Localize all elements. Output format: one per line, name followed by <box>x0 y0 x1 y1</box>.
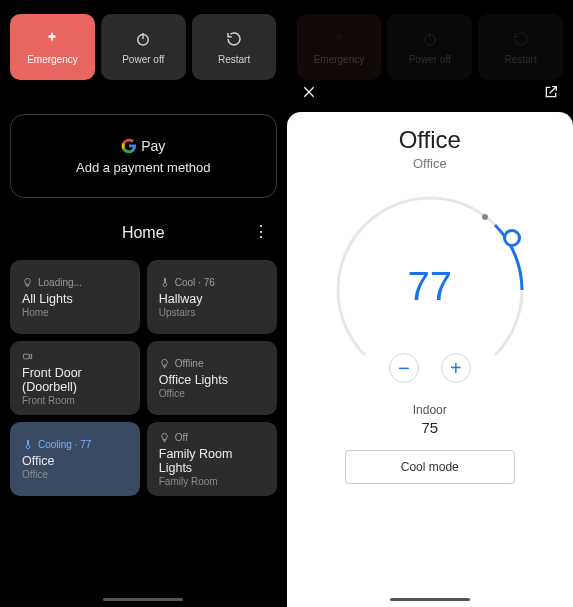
home-header: Home ⋮ <box>14 224 273 242</box>
thermostat-sheet: Office Office 77 − + Indoor 75 Cool mode <box>287 112 574 607</box>
nav-bar[interactable] <box>390 598 470 601</box>
power-icon <box>134 30 152 48</box>
tile-room: Family Room <box>159 476 265 487</box>
nav-bar[interactable] <box>103 598 183 601</box>
thermostat-room: Office <box>413 156 447 171</box>
pay-card[interactable]: Pay Add a payment method <box>10 114 277 198</box>
tile-room: Office <box>159 388 265 399</box>
increase-button[interactable]: + <box>441 353 471 383</box>
tile-status: Cool · 76 <box>175 277 215 288</box>
emergency-button[interactable]: Emergency <box>10 14 95 80</box>
tile-status: Offline <box>175 358 204 369</box>
mode-button[interactable]: Cool mode <box>345 450 515 484</box>
bulb-icon <box>159 358 170 369</box>
camera-icon <box>22 351 33 362</box>
emergency-button-dimmed: Emergency <box>297 14 382 80</box>
dial-handle[interactable] <box>503 229 521 247</box>
tile-name: Office <box>22 454 128 468</box>
tile-name: Family Room Lights <box>159 447 265 475</box>
sheet-top-bar <box>287 78 574 104</box>
google-g-icon <box>121 138 137 154</box>
tile-all-lights[interactable]: Loading... All Lights Home <box>10 260 140 334</box>
tile-office-lights[interactable]: Offline Office Lights Office <box>147 341 277 415</box>
power-off-button-dimmed: Power off <box>387 14 472 80</box>
close-icon[interactable] <box>301 84 317 104</box>
home-title: Home <box>122 224 165 242</box>
gpay-text: Pay <box>141 138 165 154</box>
device-grid: Loading... All Lights Home Cool · 76 Hal… <box>0 252 287 504</box>
svg-point-8 <box>482 214 488 220</box>
tile-room: Upstairs <box>159 307 265 318</box>
svg-rect-2 <box>23 354 29 359</box>
tile-office-thermostat[interactable]: Cooling · 77 Office Office <box>10 422 140 496</box>
decrease-button[interactable]: − <box>389 353 419 383</box>
tile-name: Hallway <box>159 292 265 306</box>
restart-button-dimmed: Restart <box>478 14 563 80</box>
thermo-icon <box>159 277 170 288</box>
tile-front-door[interactable]: Front Door (Doorbell) Front Room <box>10 341 140 415</box>
tile-hallway[interactable]: Cool · 76 Hallway Upstairs <box>147 260 277 334</box>
restart-icon <box>225 30 243 48</box>
emergency-icon <box>43 30 61 48</box>
tile-room: Office <box>22 469 128 480</box>
emergency-icon <box>330 30 348 48</box>
bulb-icon <box>22 277 33 288</box>
home-menu-icon[interactable]: ⋮ <box>253 224 269 240</box>
emergency-label: Emergency <box>27 54 78 65</box>
tile-status: Cooling · 77 <box>38 439 91 450</box>
power-icon <box>421 30 439 48</box>
power-off-label: Power off <box>409 54 451 65</box>
gpay-logo-row: Pay <box>121 138 165 154</box>
setpoint-value: 77 <box>408 264 453 309</box>
tile-name: Front Door (Doorbell) <box>22 366 128 394</box>
indoor-label: Indoor <box>413 403 447 417</box>
thermostat-title: Office <box>399 126 461 154</box>
temperature-dial[interactable]: 77 − + <box>325 185 535 395</box>
tile-family-room-lights[interactable]: Off Family Room Lights Family Room <box>147 422 277 496</box>
temp-adjust-buttons: − + <box>389 353 471 383</box>
tile-status: Off <box>175 432 188 443</box>
power-off-button[interactable]: Power off <box>101 14 186 80</box>
tile-name: Office Lights <box>159 373 265 387</box>
thermostat-panel: Emergency Power off Restart Office Offic… <box>287 0 574 607</box>
pay-subtitle: Add a payment method <box>76 160 210 175</box>
open-external-icon[interactable] <box>543 84 559 104</box>
thermo-icon <box>22 439 33 450</box>
restart-label: Restart <box>218 54 250 65</box>
tile-name: All Lights <box>22 292 128 306</box>
bulb-icon <box>159 432 170 443</box>
restart-icon <box>512 30 530 48</box>
indoor-value: 75 <box>421 419 438 436</box>
tile-room: Home <box>22 307 128 318</box>
emergency-label: Emergency <box>314 54 365 65</box>
top-button-row-dimmed: Emergency Power off Restart <box>287 0 574 80</box>
power-off-label: Power off <box>122 54 164 65</box>
tile-status: Loading... <box>38 277 82 288</box>
tile-room: Front Room <box>22 395 128 406</box>
power-menu-panel: Emergency Power off Restart Pay Add a pa… <box>0 0 287 607</box>
top-button-row: Emergency Power off Restart <box>0 0 287 80</box>
restart-label: Restart <box>504 54 536 65</box>
restart-button[interactable]: Restart <box>192 14 277 80</box>
